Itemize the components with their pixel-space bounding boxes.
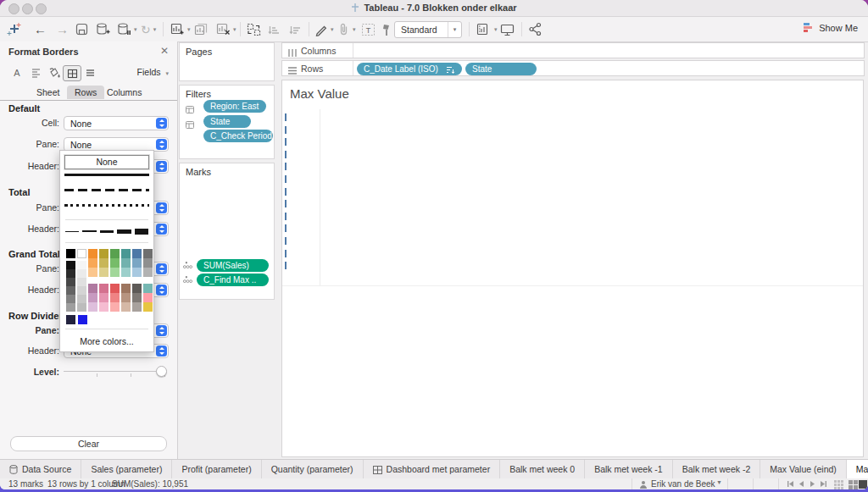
clear-button[interactable]: Clear [10, 436, 167, 451]
highlight-button[interactable]: ▾ [314, 21, 334, 37]
color-swatch[interactable] [77, 249, 86, 258]
worksheet-canvas[interactable]: Max Value [281, 80, 864, 457]
color-swatch[interactable] [77, 303, 86, 312]
color-swatch[interactable] [77, 295, 86, 303]
forward-button[interactable]: → [56, 21, 69, 37]
show-mark-labels-button[interactable]: ▾ [476, 21, 498, 37]
bar-mark[interactable] [285, 151, 287, 158]
columns-shelf[interactable]: Columns [281, 42, 865, 58]
sort-ascending-button[interactable] [267, 21, 283, 37]
bar-mark[interactable] [285, 188, 287, 196]
rows-pill-c-date-label[interactable]: C_Date Label (ISO) [357, 63, 462, 75]
color-swatch[interactable] [143, 249, 153, 258]
sheet-tab-max-value[interactable]: Max Value [847, 460, 868, 479]
color-swatch[interactable] [143, 293, 153, 302]
filter-pill[interactable]: C_Check Period, .. [203, 130, 273, 142]
back-button[interactable]: ← [34, 21, 47, 37]
bar-mark[interactable] [285, 200, 287, 207]
color-swatch[interactable] [88, 258, 97, 268]
next-sheet-button[interactable] [809, 480, 816, 489]
font-icon[interactable]: A [8, 65, 25, 80]
color-swatch[interactable] [110, 268, 120, 277]
color-swatch[interactable] [99, 249, 108, 258]
stepper-icon[interactable] [156, 263, 167, 274]
line-style-dashed[interactable] [60, 189, 153, 200]
line-thickness-1[interactable] [65, 231, 79, 232]
color-swatch[interactable] [99, 258, 108, 268]
color-swatch[interactable] [88, 293, 97, 302]
bar-mark[interactable] [285, 213, 287, 220]
show-tabs-button[interactable] [849, 480, 858, 490]
color-swatch[interactable] [143, 284, 153, 293]
color-swatch[interactable] [88, 284, 97, 293]
line-thickness-3[interactable] [100, 230, 114, 233]
level-slider-handle[interactable] [156, 366, 167, 377]
color-swatch[interactable] [121, 284, 131, 293]
stepper-icon[interactable] [156, 202, 167, 213]
color-swatch[interactable] [132, 293, 142, 302]
bar-mark[interactable] [285, 224, 287, 232]
color-swatch[interactable] [99, 284, 108, 293]
color-swatch[interactable] [66, 315, 75, 324]
fix-axes-pin-icon[interactable] [381, 21, 392, 37]
sheet-tab-max-value-eind-[interactable]: Max Value (eind) [760, 460, 847, 479]
color-swatch[interactable] [88, 249, 97, 258]
color-swatch[interactable] [121, 249, 131, 258]
color-swatch[interactable] [110, 284, 120, 293]
sheet-tab-quantity-parameter-[interactable]: Quantity (parameter) [262, 460, 364, 479]
color-swatch[interactable] [66, 269, 75, 278]
color-swatch[interactable] [110, 249, 120, 258]
presentation-mode-button[interactable] [499, 21, 515, 37]
color-swatch[interactable] [132, 302, 142, 312]
new-worksheet-button[interactable]: ▾ [170, 21, 191, 37]
default-cell-select[interactable]: None [64, 116, 169, 130]
color-swatch[interactable] [77, 286, 86, 295]
more-colors-button[interactable]: More colors... [60, 334, 153, 350]
run-auto-updates-button[interactable]: ↻▾ [141, 21, 156, 37]
sheet-tab-dashboard-met-parameter[interactable]: Dashboard met parameter [364, 460, 501, 479]
stepper-icon[interactable] [156, 224, 167, 235]
color-swatch[interactable] [66, 261, 75, 269]
alignment-icon[interactable] [27, 65, 44, 80]
pause-auto-updates-button[interactable]: ▾ [116, 21, 137, 37]
level-slider[interactable] [64, 371, 165, 372]
shading-icon[interactable] [46, 65, 63, 80]
color-swatch[interactable] [121, 302, 131, 312]
duplicate-sheet-button[interactable] [193, 21, 209, 37]
line-style-solid[interactable] [60, 174, 153, 185]
sheet-tab-profit-parameter-[interactable]: Profit (parameter) [172, 460, 261, 479]
color-swatch[interactable] [121, 258, 131, 268]
filter-pill[interactable]: Region: East [203, 100, 266, 113]
bar-mark[interactable] [285, 163, 287, 170]
color-swatch[interactable] [143, 302, 153, 312]
sheet-tab-balk-met-week-2[interactable]: Balk met week -2 [673, 460, 761, 479]
fit-mode-select[interactable]: Standard ▾ [394, 21, 462, 38]
color-swatch[interactable] [88, 268, 97, 277]
marks-pill-sum-sales[interactable]: SUM(Sales) [197, 259, 269, 272]
color-swatch[interactable] [110, 258, 120, 268]
color-swatch[interactable] [99, 293, 108, 302]
user-menu[interactable]: Erik van de Beek [651, 479, 715, 489]
color-swatch[interactable] [99, 302, 108, 312]
stepper-icon[interactable] [156, 118, 167, 129]
color-swatch[interactable] [66, 303, 75, 312]
color-swatch[interactable] [110, 293, 120, 302]
sheet-tab-balk-met-week-0[interactable]: Balk met week 0 [500, 460, 585, 479]
marks-pill-c-find-max[interactable]: C_Find Max ..△ [197, 274, 269, 286]
borders-icon[interactable] [63, 65, 81, 81]
previous-sheet-button[interactable] [798, 480, 805, 489]
sheet-tab-sales-parameter-[interactable]: Sales (parameter) [81, 460, 172, 479]
color-swatch[interactable] [110, 302, 120, 312]
color-swatch[interactable] [132, 258, 142, 268]
sheet-tab-data-source[interactable]: Data Source [0, 460, 81, 479]
bar-mark[interactable] [285, 126, 287, 134]
color-swatch[interactable] [143, 258, 153, 268]
bar-mark[interactable] [285, 138, 287, 146]
color-swatch[interactable] [121, 268, 131, 277]
share-button[interactable] [528, 21, 542, 37]
color-swatch[interactable] [78, 315, 87, 324]
tab-columns[interactable]: Columns [99, 86, 149, 99]
color-swatch[interactable] [66, 286, 75, 295]
color-swatch[interactable] [77, 261, 86, 269]
save-button[interactable] [75, 21, 89, 37]
